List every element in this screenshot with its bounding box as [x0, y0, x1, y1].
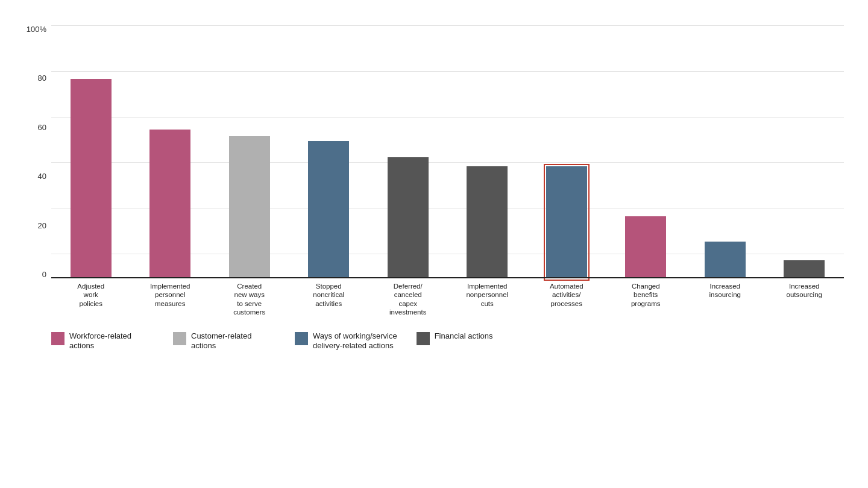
x-axis-line	[51, 277, 844, 278]
x-label-changed-benefits: Changedbenefitsprograms	[606, 280, 686, 317]
bar-group-stopped-noncritical	[289, 49, 369, 278]
legend-label-financial: Financial actions	[435, 331, 493, 342]
legend-item-financial: Financial actions	[417, 331, 493, 345]
x-labels-wrapper: AdjustedworkpoliciesImplementedpersonnel…	[24, 278, 844, 317]
bar-group-increased-outsourcing	[765, 49, 844, 278]
x-label-text-created-new-ways: Creatednew waysto servecustomers	[233, 282, 265, 317]
legend-item-workforce: Workforce-related actions	[51, 331, 154, 352]
bar-adjusted-work-policies	[71, 79, 112, 278]
grid-line	[51, 25, 844, 26]
x-label-text-stopped-noncritical: Stoppednoncriticalactivities	[313, 282, 344, 308]
legend-label-workforce: Workforce-related actions	[69, 331, 154, 352]
bar-automated-activities	[546, 166, 587, 278]
bar-deferred-canceled	[388, 157, 429, 278]
bar-changed-benefits	[625, 216, 666, 278]
y-tick: 40	[38, 172, 46, 180]
bar-increased-outsourcing	[784, 260, 825, 278]
y-tick: 20	[38, 222, 46, 230]
x-label-increased-outsourcing: Increasedoutsourcing	[765, 280, 844, 317]
legend-label-customer: Customer-related actions	[191, 331, 275, 352]
bar-group-increased-insourcing	[685, 49, 765, 278]
legend-swatch-financial	[417, 332, 430, 345]
legend: Workforce-related actionsCustomer-relate…	[24, 331, 844, 352]
bars-row	[51, 49, 844, 278]
bar-group-changed-benefits	[606, 49, 686, 278]
x-label-implemented-personnel-measures: Implementedpersonnelmeasures	[131, 280, 210, 317]
legend-label-ways-of-working: Ways of working/servicedelivery-related …	[313, 331, 397, 352]
x-label-text-implemented-nonpersonnel: Implementednonpersonnelcuts	[466, 282, 508, 308]
y-tick: 0	[42, 271, 46, 278]
bar-increased-insourcing	[705, 242, 746, 278]
x-label-implemented-nonpersonnel: Implementednonpersonnelcuts	[448, 280, 527, 317]
legend-swatch-ways-of-working	[295, 332, 308, 345]
bar-group-adjusted-work-policies	[51, 49, 131, 278]
bar-group-implemented-nonpersonnel	[448, 49, 527, 278]
bar-group-created-new-ways	[210, 49, 289, 278]
x-label-deferred-canceled: Deferred/canceledcapexinvestments	[368, 280, 448, 317]
x-label-text-increased-insourcing: Increasedinsourcing	[709, 282, 741, 299]
y-tick: 80	[38, 74, 46, 82]
bar-implemented-personnel-measures	[149, 130, 190, 278]
y-axis: 100%806040200	[24, 25, 51, 278]
x-label-text-automated-activities: Automatedactivities/processes	[550, 282, 583, 308]
bar-group-deferred-canceled	[368, 49, 448, 278]
x-label-increased-insourcing: Increasedinsourcing	[685, 280, 765, 317]
bar-group-automated-activities	[527, 49, 606, 278]
bar-stopped-noncritical	[308, 141, 349, 278]
x-label-text-implemented-personnel-measures: Implementedpersonnelmeasures	[150, 282, 190, 308]
legend-item-customer: Customer-related actions	[173, 331, 275, 352]
x-label-stopped-noncritical: Stoppednoncriticalactivities	[289, 280, 369, 317]
chart-plot-area	[51, 25, 844, 278]
legend-swatch-workforce	[51, 332, 64, 345]
y-tick: 60	[38, 124, 46, 131]
bar-group-implemented-personnel-measures	[131, 49, 210, 278]
x-label-text-deferred-canceled: Deferred/canceledcapexinvestments	[389, 282, 426, 317]
x-label-automated-activities: Automatedactivities/processes	[527, 280, 606, 317]
legend-swatch-customer	[173, 332, 186, 345]
x-label-text-adjusted-work-policies: Adjustedworkpolicies	[77, 282, 104, 308]
x-label-text-increased-outsourcing: Increasedoutsourcing	[787, 282, 822, 299]
bar-implemented-nonpersonnel	[467, 166, 508, 278]
y-tick: 100%	[27, 25, 46, 33]
x-label-created-new-ways: Creatednew waysto servecustomers	[210, 280, 289, 317]
x-labels-row: AdjustedworkpoliciesImplementedpersonnel…	[51, 280, 844, 317]
legend-item-ways-of-working: Ways of working/servicedelivery-related …	[295, 331, 397, 352]
x-label-text-changed-benefits: Changedbenefitsprograms	[631, 282, 661, 308]
bar-created-new-ways	[229, 136, 270, 278]
x-label-adjusted-work-policies: Adjustedworkpolicies	[51, 280, 131, 317]
